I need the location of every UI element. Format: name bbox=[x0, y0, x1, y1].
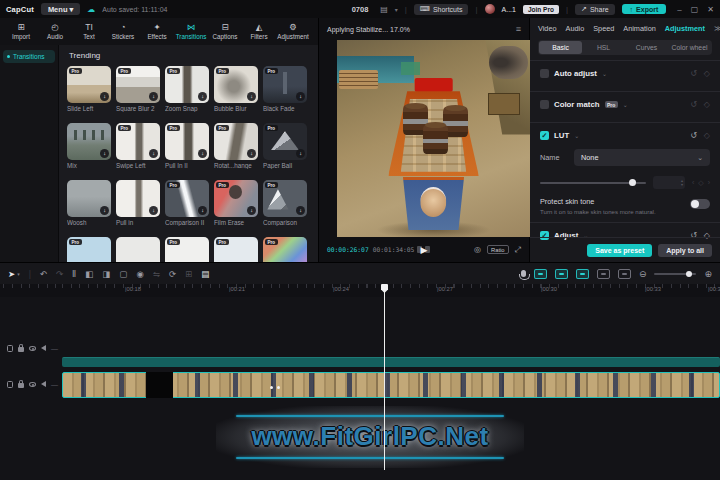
chevron-down-icon[interactable]: ⌄ bbox=[574, 132, 579, 139]
undo-icon[interactable]: ↶ bbox=[40, 269, 47, 279]
transition-card[interactable]: ↓Woosh bbox=[67, 180, 111, 226]
delete-left-icon[interactable]: ◧ bbox=[85, 269, 93, 279]
slider-thumb[interactable] bbox=[629, 179, 636, 186]
tab-audio[interactable]: Audio bbox=[566, 24, 585, 33]
auto-adjust-checkbox[interactable] bbox=[540, 69, 549, 78]
keyframe-dot[interactable] bbox=[277, 386, 280, 389]
transition-card[interactable]: ↓Mix bbox=[67, 123, 111, 169]
zoom-in-icon[interactable]: ⊕ bbox=[704, 269, 712, 279]
menu-button[interactable]: Menu ▾ bbox=[41, 3, 80, 15]
voiceover-mic-icon[interactable] bbox=[521, 270, 526, 277]
render-preview-icon[interactable] bbox=[618, 269, 631, 279]
playhead-line[interactable] bbox=[384, 284, 385, 470]
transition-card[interactable]: Pro↓Swipe Left bbox=[116, 123, 160, 169]
transition-card[interactable]: Pro↓Square Blur 2 bbox=[116, 66, 160, 112]
join-pro-button[interactable]: Join Pro bbox=[523, 5, 559, 14]
transition-card[interactable]: Pro↓Rotat...hange bbox=[214, 123, 258, 169]
download-icon[interactable]: ↓ bbox=[100, 149, 109, 158]
mute-speaker-icon[interactable] bbox=[41, 345, 46, 351]
share-button[interactable]: ↗Share bbox=[575, 4, 615, 15]
ribbon-transitions[interactable]: ⋈Transitions bbox=[174, 18, 208, 45]
main-video-clip[interactable] bbox=[62, 372, 720, 398]
keyframe-dot[interactable] bbox=[270, 386, 273, 389]
preview-axis-icon[interactable]: ▤ bbox=[201, 269, 209, 279]
visibility-eye-icon[interactable] bbox=[29, 346, 36, 351]
redo-icon[interactable]: ↷ bbox=[56, 269, 63, 279]
transition-card[interactable]: Pro↓Slide Left bbox=[67, 66, 111, 112]
intensity-value-field[interactable]: ▴▾ bbox=[653, 176, 685, 189]
transition-card[interactable]: Pro↓Film Erase bbox=[214, 180, 258, 226]
effect-overlay-clip[interactable] bbox=[62, 357, 720, 367]
timeline-ruler[interactable]: |00:18 |00:21 |00:24 |00:27 |00:30 |00:3… bbox=[0, 284, 720, 298]
download-icon[interactable]: ↓ bbox=[149, 149, 158, 158]
maximize-button[interactable]: ▢ bbox=[691, 5, 699, 14]
rotate-icon[interactable]: ⟳ bbox=[169, 269, 176, 279]
play-button[interactable]: ▶ bbox=[421, 245, 428, 255]
transition-card[interactable] bbox=[116, 237, 160, 262]
download-icon[interactable]: ↓ bbox=[247, 206, 256, 215]
transition-card[interactable]: ↓Pull in bbox=[116, 180, 160, 226]
download-icon[interactable]: ↓ bbox=[198, 149, 207, 158]
download-icon[interactable]: ↓ bbox=[296, 92, 305, 101]
timeline-zoom-slider[interactable] bbox=[654, 273, 696, 275]
ribbon-captions[interactable]: ⊟Captions bbox=[208, 18, 242, 45]
mute-speaker-icon[interactable] bbox=[41, 381, 46, 387]
download-icon[interactable]: ↓ bbox=[247, 149, 256, 158]
minimize-button[interactable]: – bbox=[677, 5, 681, 14]
transition-card[interactable]: Pro↓Zoom Snap bbox=[165, 66, 209, 112]
split-icon[interactable]: Ⅱ bbox=[72, 269, 76, 279]
lock-icon[interactable] bbox=[18, 347, 23, 352]
keyframe-icon[interactable]: ◇ bbox=[698, 179, 703, 187]
delete-icon[interactable]: ▢ bbox=[119, 269, 127, 279]
freeze-frame-icon[interactable]: ◉ bbox=[136, 269, 143, 279]
tab-video[interactable]: Video bbox=[538, 24, 557, 33]
apply-to-all-button[interactable]: Apply to all bbox=[658, 244, 712, 257]
download-icon[interactable]: ↓ bbox=[198, 206, 207, 215]
tab-animation[interactable]: Animation bbox=[623, 24, 655, 33]
save-as-preset-button[interactable]: Save as preset bbox=[587, 244, 652, 257]
keyframe-icon[interactable]: ◇ bbox=[704, 69, 710, 78]
visibility-eye-icon[interactable] bbox=[29, 382, 36, 387]
download-icon[interactable]: ↓ bbox=[149, 92, 158, 101]
slider-thumb[interactable] bbox=[686, 271, 692, 277]
shortcuts-button[interactable]: ⌨Shortcuts bbox=[414, 4, 469, 15]
lut-checkbox[interactable]: ✓ bbox=[540, 131, 549, 140]
auto-snap-icon[interactable] bbox=[534, 269, 547, 279]
step-down-icon[interactable]: ▾ bbox=[681, 183, 683, 187]
magnetic-main-track-icon[interactable] bbox=[555, 269, 568, 279]
transition-card[interactable]: Pro bbox=[214, 237, 258, 262]
collapse-icon[interactable]: — bbox=[51, 381, 58, 388]
ratio-button[interactable]: Ratio bbox=[487, 245, 509, 254]
download-icon[interactable]: ↓ bbox=[247, 92, 256, 101]
reset-icon[interactable]: ↺ bbox=[690, 131, 697, 140]
delete-right-icon[interactable]: ◨ bbox=[102, 269, 110, 279]
transition-card[interactable]: Pro bbox=[263, 237, 307, 262]
transition-card[interactable]: Pro↓Black Fade bbox=[263, 66, 307, 112]
prev-keyframe-icon[interactable]: ‹ bbox=[692, 179, 694, 187]
export-button[interactable]: ↑Export bbox=[622, 4, 667, 14]
more-tabs-icon[interactable]: ≫ bbox=[714, 24, 720, 33]
download-icon[interactable]: ↓ bbox=[296, 149, 305, 158]
transition-card[interactable]: Pro↓Bubble Blur bbox=[214, 66, 258, 112]
crop-icon[interactable]: ⊞ bbox=[185, 269, 192, 279]
ribbon-filters[interactable]: ◭Filters bbox=[242, 18, 276, 45]
transition-card[interactable]: Pro bbox=[165, 237, 209, 262]
select-tool-button[interactable]: ➤▾ bbox=[8, 269, 20, 279]
download-icon[interactable]: ↓ bbox=[100, 206, 109, 215]
subtab-color-wheel[interactable]: Color wheel bbox=[668, 41, 711, 54]
download-icon[interactable]: ↓ bbox=[296, 206, 305, 215]
download-icon[interactable]: ↓ bbox=[100, 92, 109, 101]
link-clips-icon[interactable] bbox=[576, 269, 589, 279]
track-split-view-icon[interactable] bbox=[597, 269, 610, 279]
transition-card[interactable]: Pro bbox=[67, 237, 111, 262]
zoom-out-icon[interactable]: ⊖ bbox=[639, 269, 647, 279]
tab-adjustment[interactable]: Adjustment bbox=[665, 24, 705, 33]
ribbon-import[interactable]: ⊞Import bbox=[4, 18, 38, 45]
reset-icon[interactable]: ↺ bbox=[690, 69, 697, 78]
video-preview[interactable] bbox=[337, 40, 530, 237]
chevron-down-icon[interactable]: ▾ bbox=[395, 6, 398, 13]
lut-dropdown[interactable]: None ⌄ bbox=[574, 149, 710, 166]
download-icon[interactable]: ↓ bbox=[149, 206, 158, 215]
ribbon-text[interactable]: TIText bbox=[72, 18, 106, 45]
transition-card[interactable]: Pro↓Paper Ball bbox=[263, 123, 307, 169]
